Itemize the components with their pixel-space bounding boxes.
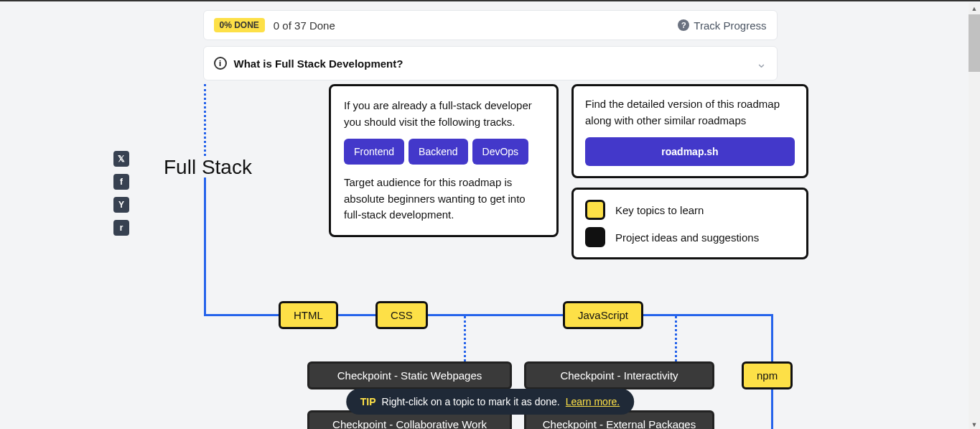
track-progress-label: Track Progress bbox=[694, 19, 766, 32]
done-count: 0 of 37 Done bbox=[274, 19, 335, 32]
frontend-button[interactable]: Frontend bbox=[344, 139, 404, 165]
question-icon: ? bbox=[678, 19, 689, 31]
info-box-roadmap: Find the detailed version of this roadma… bbox=[571, 84, 808, 178]
connector-dotted bbox=[204, 84, 206, 156]
info-icon: i bbox=[214, 57, 227, 70]
tip-link[interactable]: Learn more. bbox=[566, 396, 620, 407]
tip-text: Right-click on a topic to mark it as don… bbox=[382, 396, 560, 407]
done-badge: 0% DONE bbox=[214, 18, 265, 32]
node-javascript[interactable]: JavaScript bbox=[563, 301, 643, 329]
legend-swatch-yellow bbox=[585, 200, 605, 220]
legend-label: Project ideas and suggestions bbox=[615, 231, 759, 244]
tip-label: TIP bbox=[360, 396, 376, 407]
accordion-title: What is Full Stack Development? bbox=[234, 57, 403, 70]
connector-line bbox=[204, 177, 206, 316]
node-css[interactable]: CSS bbox=[375, 301, 428, 329]
info-box-tracks: If you are already a full-stack develope… bbox=[329, 84, 559, 237]
legend-label: Key topics to learn bbox=[615, 204, 704, 216]
node-checkpoint-interactivity[interactable]: Checkpoint - Interactivity bbox=[524, 361, 714, 389]
node-npm[interactable]: npm bbox=[742, 361, 793, 389]
chevron-down-icon: ⌄ bbox=[756, 55, 767, 71]
devops-button[interactable]: DevOps bbox=[472, 139, 529, 165]
accordion-what-is[interactable]: i What is Full Stack Development? ⌄ bbox=[203, 46, 778, 80]
legend-box: Key topics to learn Project ideas and su… bbox=[571, 188, 808, 259]
scroll-up-icon[interactable]: ▲ bbox=[969, 3, 980, 14]
scrollbar-thumb[interactable] bbox=[969, 14, 980, 72]
roadmap-title: Full Stack bbox=[164, 156, 252, 179]
box-text: Find the detailed version of this roadma… bbox=[585, 96, 795, 129]
scroll-down-icon[interactable]: ▼ bbox=[969, 419, 980, 429]
track-progress-button[interactable]: ? Track Progress bbox=[678, 19, 766, 32]
progress-bar: 0% DONE 0 of 37 Done ? Track Progress bbox=[203, 10, 778, 40]
roadmap-diagram: Full Stack If you are already a full-sta… bbox=[0, 84, 980, 429]
node-html[interactable]: HTML bbox=[279, 301, 338, 329]
legend-swatch-black bbox=[585, 227, 605, 247]
node-checkpoint-static[interactable]: Checkpoint - Static Webpages bbox=[307, 361, 512, 389]
tip-bar: TIP Right-click on a topic to mark it as… bbox=[346, 389, 635, 415]
roadmap-sh-button[interactable]: roadmap.sh bbox=[585, 137, 795, 166]
box-text: Target audience for this roadmap is abso… bbox=[344, 175, 543, 223]
box-text: If you are already a full-stack develope… bbox=[344, 98, 543, 130]
backend-button[interactable]: Backend bbox=[409, 139, 467, 165]
scrollbar[interactable]: ▲ ▼ bbox=[969, 3, 980, 429]
